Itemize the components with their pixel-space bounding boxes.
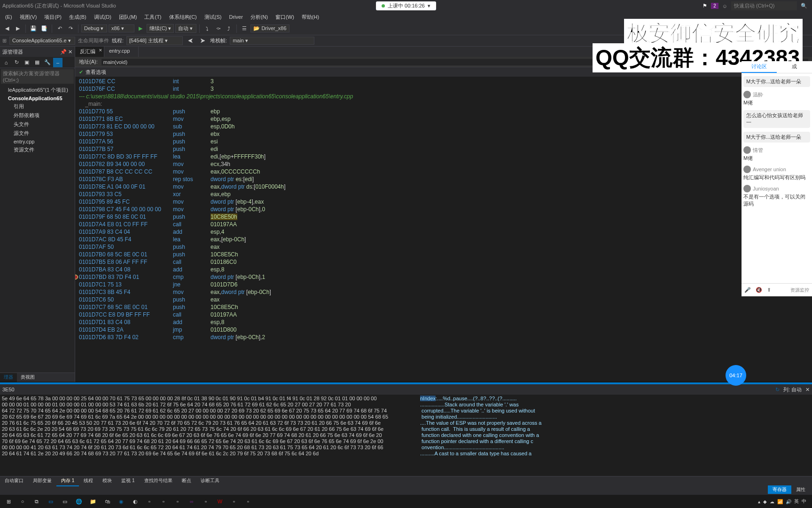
bottom-tab[interactable]: 诊断工具 bbox=[196, 476, 224, 486]
store-icon[interactable]: 🛍 bbox=[101, 496, 114, 507]
tree-item[interactable]: 头文件 bbox=[2, 120, 72, 129]
ime-label[interactable]: 中 bbox=[802, 498, 806, 505]
tab-discussion[interactable]: 讨论区 bbox=[742, 61, 777, 73]
menu-item[interactable]: 测试(S) bbox=[202, 13, 225, 22]
tab-disassembly[interactable]: 反汇编✕ bbox=[75, 47, 104, 57]
mute-icon[interactable]: 🔇 bbox=[756, 287, 762, 293]
app-icon[interactable]: ▫ bbox=[242, 496, 255, 507]
quick-launch-input[interactable]: 快速启动 (Ctrl+Q) bbox=[731, 1, 797, 10]
close-icon[interactable]: ✕ bbox=[99, 48, 102, 53]
columns-label[interactable]: 列: 自动 bbox=[783, 386, 802, 393]
menu-item[interactable]: 调试(D) bbox=[91, 13, 114, 22]
refresh-icon[interactable]: ↻ bbox=[775, 387, 780, 393]
bottom-tab[interactable]: 模块 bbox=[98, 476, 117, 486]
stackframe-dropdown[interactable]: main ▾ bbox=[230, 37, 314, 45]
app-icon[interactable]: ▫ bbox=[157, 496, 170, 507]
menu-item[interactable]: 生成(B) bbox=[66, 13, 89, 22]
memory-address[interactable]: 3E50 bbox=[2, 387, 15, 392]
upload-icon[interactable]: ⬆ bbox=[767, 287, 771, 293]
tray-icon[interactable]: ◆ bbox=[763, 499, 767, 504]
project-node[interactable]: ConsoleApplication65 bbox=[2, 95, 72, 102]
bottom-tab[interactable]: 自动窗口 bbox=[0, 476, 28, 486]
flag-icon[interactable]: ⚑ bbox=[703, 3, 707, 9]
resource-monitor-label[interactable]: 资源监控 bbox=[790, 287, 809, 294]
thread-dropdown[interactable]: [54548] 主线程 ▾ bbox=[126, 36, 183, 45]
tree-item[interactable]: 引用 bbox=[2, 102, 72, 111]
hex-dump[interactable]: 5e 49 6e 64 65 78 3a 00 00 00 00 25 64 0… bbox=[0, 395, 812, 476]
cortana-icon[interactable]: ○ bbox=[16, 496, 29, 507]
menu-item[interactable]: 体系结构(C) bbox=[166, 13, 200, 22]
driver-dropdown[interactable]: 📂 Driver_x86 bbox=[250, 24, 289, 32]
menu-item[interactable]: 分析(N) bbox=[248, 13, 271, 22]
disassembly-view[interactable]: 0101D76E CCint30101D76F CCint3--- c:\use… bbox=[75, 77, 812, 382]
tray-icon[interactable]: ☁ bbox=[770, 499, 774, 504]
bottom-tab[interactable]: 监视 1 bbox=[117, 476, 139, 486]
ime-label[interactable]: 英 bbox=[794, 498, 799, 505]
taskview-icon[interactable]: ⧉ bbox=[30, 496, 43, 507]
forward-icon[interactable]: ▶ bbox=[13, 24, 23, 33]
refresh-icon[interactable]: ↻ bbox=[12, 58, 21, 67]
tab-properties[interactable]: 属性 bbox=[791, 485, 810, 494]
show-all-icon[interactable]: ▦ bbox=[32, 58, 42, 67]
tray-icon[interactable]: 📶 bbox=[777, 499, 783, 504]
menu-item[interactable]: Driver bbox=[226, 13, 245, 21]
lifecycle-label[interactable]: 生命周期事件 bbox=[78, 37, 109, 44]
menu-item[interactable]: 视图(V) bbox=[17, 13, 40, 22]
tree-item[interactable]: entry.cpp bbox=[2, 138, 72, 145]
bottom-tab[interactable]: 内存 1 bbox=[56, 476, 79, 486]
menu-item[interactable]: 帮助(H) bbox=[299, 13, 322, 22]
notification-badge[interactable]: 2 bbox=[711, 3, 718, 9]
app-icon[interactable]: ▫ bbox=[171, 496, 184, 507]
volume-icon[interactable]: 🔊 bbox=[786, 499, 791, 504]
tab-registers[interactable]: 寄存器 bbox=[768, 485, 791, 494]
app-icon[interactable]: ▫ bbox=[227, 496, 241, 507]
more-icon[interactable]: – bbox=[53, 58, 62, 67]
solution-node[interactable]: leApplication65"(1 个项目) bbox=[2, 86, 72, 95]
menu-item[interactable]: 团队(M) bbox=[116, 13, 140, 22]
timer-badge[interactable]: 04:17 bbox=[726, 365, 746, 386]
back-icon[interactable]: ◀ bbox=[2, 24, 12, 33]
edge-icon[interactable]: 🌐 bbox=[72, 496, 86, 507]
tab-members[interactable]: 成 bbox=[777, 61, 812, 73]
search-icon[interactable]: 🔍 bbox=[801, 3, 807, 9]
properties-icon[interactable]: 🔧 bbox=[43, 58, 52, 67]
process-dropdown[interactable]: ConsoleApplication65.e ▾ bbox=[9, 37, 75, 45]
tree-item[interactable]: 源文件 bbox=[2, 129, 72, 138]
memory-icon[interactable]: ☰ bbox=[240, 24, 249, 33]
tab-entry-cpp[interactable]: entry.cpp bbox=[104, 47, 139, 57]
bottom-tab[interactable]: 线程 bbox=[79, 476, 98, 486]
menu-item[interactable]: 工具(T) bbox=[141, 13, 164, 22]
step-over-icon[interactable]: ⤼ bbox=[213, 24, 223, 33]
step-into-icon[interactable]: ⤵ bbox=[203, 24, 212, 33]
app-icon[interactable]: W bbox=[213, 496, 226, 507]
tab-explorer[interactable]: 理器 bbox=[0, 373, 17, 382]
collapse-icon[interactable]: ▣ bbox=[22, 58, 31, 67]
app-icon[interactable]: ▭ bbox=[58, 496, 71, 507]
undo-icon[interactable]: ↶ bbox=[55, 24, 64, 33]
save-all-icon[interactable]: 📑 bbox=[39, 24, 49, 33]
chat-body[interactable]: M大于你...送给老师一朵温酔M佬怎么追心怡女孩送给老师一M大于你...送给老师… bbox=[742, 73, 812, 283]
tree-item[interactable]: 资源文件 bbox=[2, 145, 72, 154]
app-icon[interactable]: ▫ bbox=[143, 496, 156, 507]
address-input[interactable]: main(void) bbox=[102, 59, 808, 65]
explorer-icon[interactable]: 📁 bbox=[86, 496, 100, 507]
nav-prev-icon[interactable]: ⮜ bbox=[186, 36, 195, 46]
start-icon[interactable]: ⊞ bbox=[2, 496, 15, 507]
vs-icon[interactable]: ∞ bbox=[185, 496, 198, 507]
nav-next-icon[interactable]: ⮞ bbox=[198, 36, 207, 46]
home-icon[interactable]: ⌂ bbox=[1, 58, 11, 67]
tree-item[interactable]: 外部依赖项 bbox=[2, 111, 72, 120]
tray-icon[interactable]: ▴ bbox=[758, 499, 760, 504]
step-out-icon[interactable]: ⤴ bbox=[224, 24, 234, 33]
chrome-icon[interactable]: ◐ bbox=[129, 496, 142, 507]
tab-classview[interactable]: 类视图 bbox=[17, 373, 39, 382]
bottom-tab[interactable]: 局部变量 bbox=[28, 476, 56, 486]
config-dropdown[interactable]: Debug ▾ bbox=[81, 24, 107, 32]
app-icon[interactable]: ▭ bbox=[44, 496, 57, 507]
view-options[interactable]: ✔查看选项 bbox=[75, 67, 812, 77]
feedback-icon[interactable]: ☺ bbox=[722, 3, 727, 9]
menu-item[interactable]: 窗口(W) bbox=[273, 13, 297, 22]
platform-dropdown[interactable]: x86 ▾ bbox=[109, 24, 134, 32]
save-icon[interactable]: 💾 bbox=[29, 24, 38, 33]
play-icon[interactable]: ▶ bbox=[136, 24, 145, 33]
